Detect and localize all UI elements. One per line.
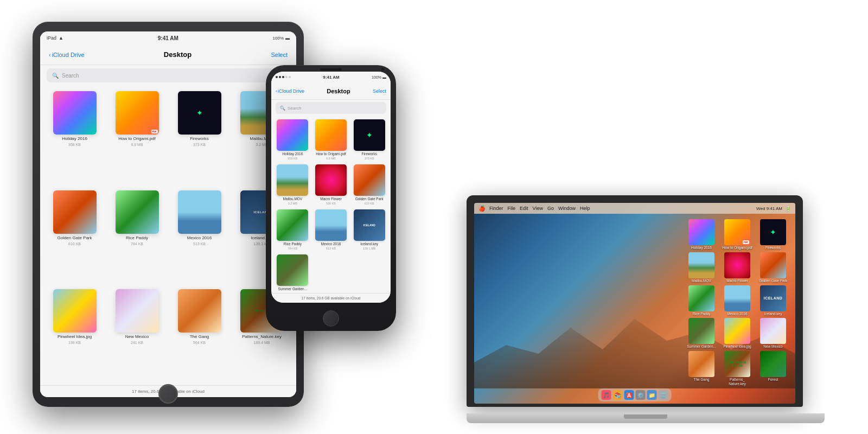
mac-file-forest[interactable]: Forest xyxy=(756,351,790,386)
macbook-screen-inner: 🍎 Finder File Edit View Go Window Help W… xyxy=(474,203,795,404)
mac-file-mexico[interactable]: Mexico 2016 xyxy=(720,285,754,316)
iphone-time: 9:41 AM xyxy=(323,75,339,80)
go-menu[interactable]: Go xyxy=(547,206,554,211)
ipad-search-input[interactable]: 🔍 Search xyxy=(47,68,290,82)
finder-menu[interactable]: Finder xyxy=(489,206,503,211)
iphone-thumb-4 xyxy=(315,164,347,196)
dock-books[interactable]: 📚 xyxy=(613,390,623,400)
mac-file-patterns[interactable]: PATTERNS IN NATURE Patterns_ Nature.key xyxy=(720,351,754,386)
mac-menubar: 🍎 Finder File Edit View Go Window Help W… xyxy=(474,203,795,214)
mac-thumb-iceland: ICELAND xyxy=(760,285,786,311)
mac-file-malibu[interactable]: Malibu.MOV xyxy=(685,252,718,283)
edit-menu[interactable]: Edit xyxy=(520,206,528,211)
iphone-signal xyxy=(276,76,291,78)
mac-thumb-fireworks: ✦ xyxy=(760,219,786,245)
file-menu[interactable]: File xyxy=(508,206,516,211)
iphone-file-6[interactable]: Rice Paddy 784 KB xyxy=(276,209,310,250)
mac-file-pinwheel[interactable]: Pinwheel Idea.jpg xyxy=(720,318,754,349)
ipad-back-button[interactable]: ‹ iCloud Drive xyxy=(49,52,85,58)
iphone-file-0[interactable]: Holiday 2016 958 KB xyxy=(276,119,310,160)
iphone-file-7[interactable]: Mexico 2016 513 KB xyxy=(314,209,348,250)
macbook-notch xyxy=(624,414,667,419)
iphone-screen: 9:41 AM 100% ▬ ‹ iCloud Drive Desktop Se… xyxy=(271,72,391,303)
macbook: 🍎 Finder File Edit View Go Window Help W… xyxy=(467,195,825,423)
ipad-file-1[interactable]: PDF How to Origami.pdf 6.8 MB xyxy=(110,91,164,182)
dock-trash[interactable]: 🗑️ xyxy=(659,390,668,400)
iphone-file-grid: Holiday 2016 958 KB How to Origami.pdf 6… xyxy=(271,116,391,293)
iphone-file-1[interactable]: How to Origami.pdf 6.8 MB xyxy=(314,119,348,160)
mac-file-summer[interactable]: Summer Garden... xyxy=(685,318,718,349)
mac-file-origami[interactable]: PDF How to Origami.pdf xyxy=(720,219,754,250)
ipad-navbar-title: Desktop xyxy=(85,50,271,59)
mac-file-fireworks[interactable]: ✦ Fireworks xyxy=(756,219,790,250)
scene: 🍎 Finder File Edit View Go Window Help W… xyxy=(0,0,868,434)
ipad-thumb-0 xyxy=(53,91,97,135)
iphone-thumb-6 xyxy=(277,209,308,241)
ipad-file-5[interactable]: Rice Paddy 784 KB xyxy=(110,190,164,281)
mac-file-gang[interactable]: The Gang xyxy=(685,351,718,386)
mac-thumb-goldengate xyxy=(760,252,786,278)
ipad-file-4[interactable]: Golden Gate Park 610 KB xyxy=(48,190,101,281)
iphone-file-2[interactable]: ✦ Fireworks 373 KB xyxy=(352,119,386,160)
ipad-wifi-icon: ▲ xyxy=(59,35,63,41)
mac-desktop-icons: Holiday 2016 PDF How to Origami.pdf ✦ Fi… xyxy=(682,217,792,388)
mac-thumb-macroflower xyxy=(724,252,750,278)
ipad-select-button[interactable]: Select xyxy=(271,52,288,58)
ipad-file-grid: Holiday 2016 958 KB PDF How to Origami.p… xyxy=(40,86,296,385)
ipad-home-button[interactable] xyxy=(158,384,178,404)
iphone-file-8[interactable]: ICELAND Iceland.key 139.1 MB xyxy=(352,209,386,250)
iphone-file-5[interactable]: Golden Gate Park 610 KB xyxy=(352,164,386,205)
iphone-speaker xyxy=(320,68,342,71)
iphone-file-3[interactable]: Malibu.MOV 3.2 MB xyxy=(276,164,310,205)
iphone: 9:41 AM 100% ▬ ‹ iCloud Drive Desktop Se… xyxy=(266,65,396,331)
mac-thumb-newmexico xyxy=(760,318,786,344)
mac-file-goldengate[interactable]: Golden Gate Park xyxy=(756,252,790,283)
ipad-file-0[interactable]: Holiday 2016 958 KB xyxy=(48,91,101,182)
iphone-battery-icon: ▬ xyxy=(382,75,386,79)
dock-music[interactable]: 🎵 xyxy=(602,390,611,400)
dock-system[interactable]: ⚙️ xyxy=(636,390,646,400)
dock-finder[interactable]: 📁 xyxy=(647,390,657,400)
ipad-search-placeholder: Search xyxy=(62,73,79,79)
ipad-device-label: iPad xyxy=(47,35,56,41)
ipad-thumb-2: ✦ xyxy=(178,91,221,135)
mac-file-holiday[interactable]: Holiday 2016 xyxy=(685,219,718,250)
ipad-thumb-5 xyxy=(116,190,159,234)
iphone-navbar-title: Desktop xyxy=(304,88,373,94)
view-menu[interactable]: View xyxy=(533,206,543,211)
iphone-file-4[interactable]: Macro Flower 530 KB xyxy=(314,164,348,205)
iphone-home-button[interactable] xyxy=(323,310,339,327)
ipad-file-8[interactable]: Pinwheel Idea.jpg 199 KB xyxy=(48,289,101,380)
window-menu[interactable]: Window xyxy=(558,206,576,211)
iphone-select-button[interactable]: Select xyxy=(373,88,386,94)
mac-file-newmexico[interactable]: New Mexico xyxy=(756,318,790,349)
mac-file-macroflower[interactable]: Macro Flower xyxy=(720,252,754,283)
iphone-back-button[interactable]: ‹ iCloud Drive xyxy=(276,88,304,94)
mac-clock: Wed 9:41 AM xyxy=(756,206,782,211)
apple-menu-icon[interactable]: 🍎 xyxy=(478,206,485,212)
ipad-battery-label: 100% xyxy=(273,36,284,41)
ipad-file-6[interactable]: Mexico 2016 513 KB xyxy=(173,190,226,281)
ipad-file-10[interactable]: The Gang 564 KB xyxy=(173,289,226,380)
ipad-file-9[interactable]: New Mexico 241 KB xyxy=(110,289,164,380)
mac-file-ricepaddy[interactable]: Rice Paddy xyxy=(685,285,718,316)
iphone-search-input[interactable]: 🔍 Search xyxy=(276,102,386,114)
mac-thumb-mexico xyxy=(724,285,750,311)
iphone-statusbar: 9:41 AM 100% ▬ xyxy=(271,72,391,82)
help-menu[interactable]: Help xyxy=(580,206,590,211)
iphone-thumb-8: ICELAND xyxy=(354,209,385,241)
iphone-file-9[interactable]: Summer Garden... xyxy=(276,254,310,292)
mac-file-iceland[interactable]: ICELAND Iceland.key xyxy=(756,285,790,316)
iphone-thumb-1 xyxy=(315,119,347,151)
mac-thumb-malibu xyxy=(688,252,714,278)
iphone-thumb-5 xyxy=(354,164,385,196)
ipad-body: iPad ▲ 9:41 AM 100% ▬ ‹ iCloud Dri xyxy=(33,22,304,407)
iphone-searchbar: 🔍 Search xyxy=(271,100,391,116)
ipad-battery-icon: ▬ xyxy=(285,36,290,41)
mac-thumb-summer xyxy=(688,318,714,344)
ipad-file-2[interactable]: ✦ Fireworks 373 KB xyxy=(173,91,226,182)
iphone-thumb-3 xyxy=(277,164,308,196)
dock-appstore[interactable]: 🅰️ xyxy=(624,390,634,400)
ipad-navbar: ‹ iCloud Drive Desktop Select xyxy=(40,44,296,65)
mac-battery-icon: 🔋 xyxy=(786,206,791,211)
